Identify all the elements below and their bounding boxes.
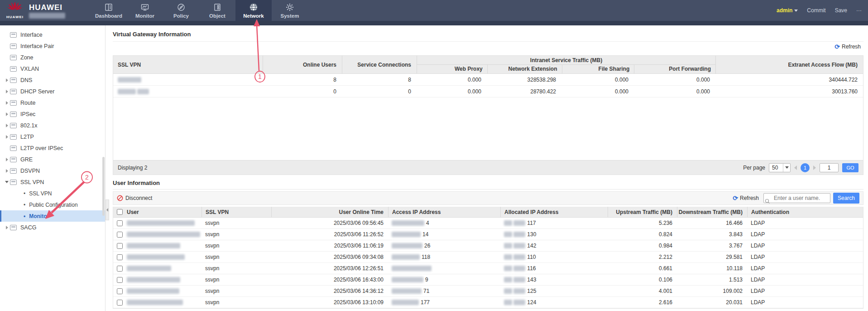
commit-button[interactable]: Commit xyxy=(807,7,825,14)
user-name-blurred xyxy=(126,274,201,286)
brand-text: HUAWEI xyxy=(29,3,62,12)
account-menu[interactable]: admin xyxy=(777,7,798,14)
tab-object-label: Object xyxy=(209,13,225,19)
select-all-checkbox[interactable] xyxy=(117,209,123,215)
row-checkbox[interactable] xyxy=(117,232,123,238)
cell-upstream: 2.212 xyxy=(608,252,677,263)
policy-icon xyxy=(177,3,186,12)
search-button[interactable]: Search xyxy=(833,193,859,204)
sidebar-item-8021x[interactable]: 802.1x xyxy=(0,120,105,131)
prev-page-button[interactable] xyxy=(794,165,797,170)
user-table-row[interactable]: ssvpn 2025/03/06 12:26:51 116 0.661 10.1… xyxy=(113,263,863,274)
zone-icon xyxy=(10,55,17,60)
sidebar: Interface Interface Pair Zone VXLAN DNS … xyxy=(0,25,106,311)
main-content: Virtual Gateway Information ⟳ Refresh SS… xyxy=(109,25,868,311)
user-refresh-button[interactable]: ⟳ Refresh xyxy=(733,195,759,201)
disconnect-button[interactable]: Disconnect xyxy=(117,195,152,201)
sidebar-collapse-handle[interactable] xyxy=(106,199,109,220)
vg-extranet-flow: 340444.722 xyxy=(715,74,863,86)
cell-allocated-ip: 130 xyxy=(500,229,608,240)
page-number-input[interactable] xyxy=(820,163,839,172)
save-button[interactable]: Save xyxy=(835,7,847,14)
current-page-badge[interactable]: 1 xyxy=(801,163,810,172)
sidebar-item-interface[interactable]: Interface xyxy=(0,29,105,40)
device-model-blurred xyxy=(29,13,65,19)
row-checkbox[interactable] xyxy=(117,266,123,272)
row-checkbox[interactable] xyxy=(117,277,123,283)
vg-web-proxy: 0.000 xyxy=(417,86,487,97)
sidebar-item-label: SSL VPN xyxy=(20,179,44,185)
more-menu-button[interactable]: ··· xyxy=(856,7,862,14)
account-name: admin xyxy=(777,7,792,14)
user-table-row[interactable]: ssvpn 2025/03/06 14:36:12 71 125 4.001 1… xyxy=(113,286,863,297)
sidebar-item-gre[interactable]: GRE xyxy=(0,154,105,165)
sidebar-scrollbar-thumb[interactable] xyxy=(102,157,105,216)
sidebar-item-dns[interactable]: DNS xyxy=(0,74,105,86)
sidebar-item-sacg[interactable]: SACG xyxy=(0,222,105,233)
row-checkbox[interactable] xyxy=(117,243,123,249)
row-checkbox[interactable] xyxy=(117,220,123,226)
sidebar-item-l2tp-over-ipsec[interactable]: L2TP over IPSec xyxy=(0,142,105,154)
vg-refresh-button[interactable]: ⟳ Refresh xyxy=(834,44,861,50)
vg-table-row[interactable]: 8 8 0.000 328538.298 0.000 0.000 340444.… xyxy=(113,74,863,86)
user-table-row[interactable]: ssvpn 2025/03/06 09:56:45 4 117 5.236 16… xyxy=(113,218,863,229)
dhcp-server-icon xyxy=(10,89,17,94)
vg-col-web-proxy: Web Proxy xyxy=(417,65,487,73)
sidebar-item-ssl-vpn[interactable]: SSL VPN xyxy=(0,176,105,188)
row-checkbox[interactable] xyxy=(117,300,123,306)
cell-downstream: 29.581 xyxy=(677,252,747,263)
sidebar-item-ipsec[interactable]: IPSec xyxy=(0,108,105,120)
vg-intranet-group-label: Intranet Service Traffic (MB) xyxy=(417,56,715,65)
sidebar-item-label: VXLAN xyxy=(20,66,39,72)
row-checkbox[interactable] xyxy=(117,288,123,294)
vg-table-row[interactable]: 0 0 0.000 28780.422 0.000 0.000 30013.76… xyxy=(113,86,863,97)
bullet-icon: • xyxy=(24,202,25,208)
sidebar-item-label: DNS xyxy=(20,77,32,83)
user-table-row[interactable]: ssvpn 2025/03/06 09:34:08 118 110 2.212 … xyxy=(113,252,863,263)
user-information-section: User Information Disconnect ⟳ Refresh xyxy=(113,180,863,309)
go-button[interactable]: GO xyxy=(842,163,858,172)
user-table-row[interactable]: ssvpn 2025/03/06 13:10:09 177 124 2.616 … xyxy=(113,297,863,308)
per-page-select[interactable]: 50 xyxy=(769,163,791,172)
cell-access-ip: 9 xyxy=(388,274,500,286)
tab-policy-label: Policy xyxy=(173,13,189,19)
user-table-row[interactable]: ssvpn 2025/03/06 11:06:19 26 142 0.984 3… xyxy=(113,240,863,252)
access-ip-suffix: 71 xyxy=(423,288,429,294)
huawei-logo-caption: HUAWEI xyxy=(4,15,26,19)
tab-dashboard-label: Dashboard xyxy=(95,13,122,19)
sidebar-item-zone[interactable]: Zone xyxy=(0,52,105,63)
disconnect-icon xyxy=(117,195,123,201)
nav-right-actions: admin Commit Save ··· xyxy=(777,0,862,21)
cell-downstream: 16.466 xyxy=(677,218,747,229)
sidebar-item-interface-pair[interactable]: Interface Pair xyxy=(0,40,105,52)
sidebar-item-dsvpn[interactable]: DSVPN xyxy=(0,165,105,176)
sidebar-item-dhcp-server[interactable]: DHCP Server xyxy=(0,86,105,97)
cell-upstream: 2.616 xyxy=(608,297,677,308)
next-page-button[interactable] xyxy=(813,165,816,170)
user-section-title: User Information xyxy=(113,180,160,186)
l2tp-icon xyxy=(10,134,17,140)
user-table-row[interactable]: ssvpn 2025/03/06 16:43:00 9 143 0.106 1.… xyxy=(113,274,863,286)
col-upstream: Upstream Traffic (MB) xyxy=(608,207,677,217)
tab-monitor-label: Monitor xyxy=(135,13,154,19)
sidebar-subitem-ssl-vpn[interactable]: •SSL VPN xyxy=(0,188,105,199)
expand-arrow-icon xyxy=(6,112,8,116)
cell-allocated-ip: 142 xyxy=(500,240,608,252)
sidebar-subitem-public-configuration[interactable]: •Public Configuration xyxy=(0,199,105,210)
sidebar-item-route[interactable]: Route xyxy=(0,97,105,108)
sidebar-subitem-monitor[interactable]: •Monitor xyxy=(0,210,105,222)
user-search-input[interactable] xyxy=(763,193,830,203)
cell-ssl-vpn: ssvpn xyxy=(201,297,271,308)
row-checkbox[interactable] xyxy=(117,254,123,260)
sidebar-item-vxlan[interactable]: VXLAN xyxy=(0,63,105,74)
interface-pair-icon xyxy=(10,44,17,49)
user-table-row[interactable]: ssvpn 2025/03/06 11:26:52 14 130 0.824 3… xyxy=(113,229,863,240)
expand-arrow-icon xyxy=(6,78,8,82)
cell-access-ip: 14 xyxy=(388,229,500,240)
vg-col-service-connections: Service Connections xyxy=(342,56,417,74)
cell-ssl-vpn: ssvpn xyxy=(201,229,271,240)
bullet-icon: • xyxy=(24,190,25,197)
sidebar-item-label: SACG xyxy=(20,224,36,231)
sidebar-item-l2tp[interactable]: L2TP xyxy=(0,131,105,142)
object-icon xyxy=(213,3,222,12)
